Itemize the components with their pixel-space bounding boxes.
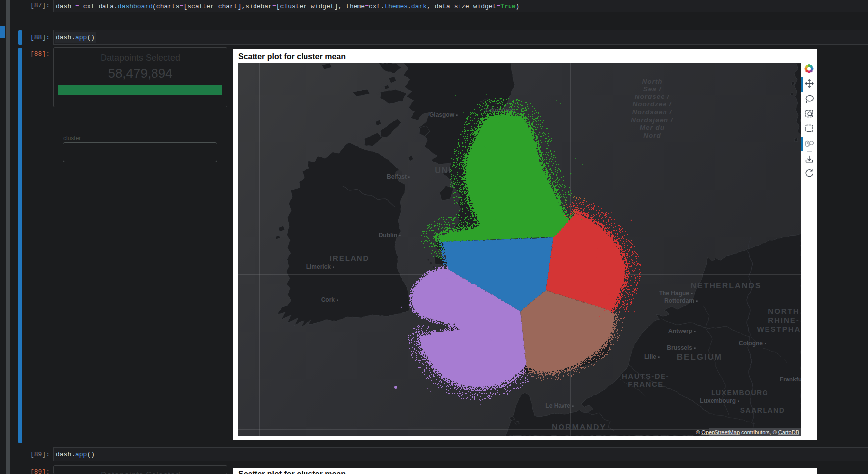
svg-text:Dublin: Dublin [379, 232, 397, 238]
svg-text:SAARLAND: SAARLAND [740, 406, 785, 414]
svg-text:The Hague: The Hague [659, 290, 690, 297]
svg-text:Nord: Nord [643, 132, 661, 139]
svg-text:© OpenStreetMap contributors,: © OpenStreetMap contributors, © CartoDB [696, 429, 799, 435]
svg-text:Nordsøen /: Nordsøen / [632, 108, 672, 116]
svg-text:Limerick: Limerick [306, 263, 331, 270]
svg-text:Rotterdam: Rotterdam [664, 297, 694, 304]
svg-text:Cologne: Cologne [739, 340, 763, 347]
svg-text:Noordzee /: Noordzee / [632, 100, 671, 108]
svg-text:Luxembourg: Luxembourg [700, 397, 736, 404]
svg-text:North: North [642, 78, 663, 85]
svg-text:WESTPHALIA: WESTPHALIA [757, 325, 801, 333]
svg-text:Mer du: Mer du [640, 124, 664, 131]
svg-text:HAUTS-DE-: HAUTS-DE- [622, 372, 669, 380]
svg-text:RHINE-: RHINE- [768, 316, 800, 324]
svg-text:UNI: UNI [435, 166, 452, 175]
svg-text:Frankfu: Frankfu [780, 376, 801, 383]
svg-text:Glasgow: Glasgow [429, 111, 455, 118]
svg-text:Nordsjøen /: Nordsjøen / [631, 116, 673, 124]
svg-text:LUXEMBOURG: LUXEMBOURG [711, 389, 768, 397]
svg-text:NORTH: NORTH [768, 307, 799, 315]
svg-text:Lille: Lille [644, 353, 656, 360]
svg-text:BELGIUM: BELGIUM [677, 352, 722, 362]
svg-text:NORMANDY: NORMANDY [552, 423, 606, 431]
svg-text:Le Havre: Le Havre [545, 402, 570, 409]
svg-text:Antwerp: Antwerp [668, 328, 692, 334]
svg-text:Nordsee /: Nordsee / [635, 93, 670, 100]
svg-text:FRANCE: FRANCE [628, 380, 664, 388]
svg-text:Belfast: Belfast [387, 173, 407, 180]
svg-text:IRELAND: IRELAND [330, 254, 370, 262]
svg-text:Brussels: Brussels [667, 344, 692, 351]
svg-text:Cork: Cork [321, 296, 335, 303]
svg-text:NETHERLANDS: NETHERLANDS [691, 282, 762, 290]
svg-text:Sea /: Sea / [643, 85, 662, 93]
